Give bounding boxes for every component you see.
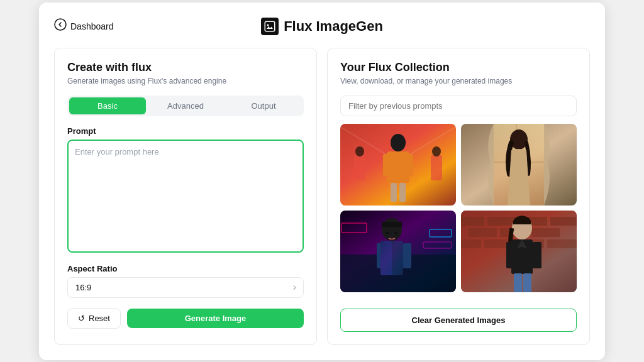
dashboard-label: Dashboard <box>70 21 114 31</box>
aspect-ratio-label: Aspect Ratio <box>67 264 304 273</box>
svg-point-7 <box>391 134 406 151</box>
svg-rect-39 <box>487 217 516 226</box>
list-item <box>340 124 456 206</box>
dashboard-link[interactable]: Dashboard <box>54 18 114 34</box>
svg-rect-2 <box>265 22 274 31</box>
aspect-ratio-wrapper: 16:9 1:1 4:3 9:16 <box>67 277 304 298</box>
main-content: Create with flux Generate images using F… <box>54 48 590 345</box>
svg-point-16 <box>432 146 441 156</box>
list-item <box>461 211 577 292</box>
svg-rect-54 <box>523 273 531 292</box>
svg-point-34 <box>386 232 389 234</box>
svg-point-0 <box>55 19 66 30</box>
generate-button[interactable]: Generate Image <box>127 309 304 328</box>
back-icon <box>54 18 67 34</box>
svg-rect-10 <box>406 154 413 176</box>
app-title: Flux ImageGen <box>261 18 383 35</box>
tab-basic[interactable]: Basic <box>69 97 146 114</box>
svg-rect-52 <box>533 242 541 268</box>
svg-rect-48 <box>547 239 577 248</box>
svg-rect-45 <box>461 239 481 248</box>
svg-rect-42 <box>469 228 497 237</box>
clear-button[interactable]: Clear Generated Images <box>340 309 577 332</box>
filter-input[interactable] <box>340 96 577 116</box>
svg-rect-13 <box>354 155 365 180</box>
action-buttons: ↺ Reset Generate Image <box>67 308 304 329</box>
svg-rect-53 <box>514 273 522 292</box>
svg-rect-11 <box>391 183 397 202</box>
svg-rect-44 <box>531 228 560 237</box>
app-title-text: Flux ImageGen <box>284 18 383 35</box>
svg-rect-33 <box>380 241 392 275</box>
svg-point-14 <box>355 146 364 156</box>
svg-point-3 <box>267 24 269 26</box>
reset-icon: ↺ <box>78 314 85 323</box>
app-icon <box>261 18 279 35</box>
tab-bar: Basic Advanced Output <box>67 96 304 116</box>
aspect-ratio-select[interactable]: 16:9 1:1 4:3 9:16 <box>67 277 304 298</box>
svg-rect-15 <box>431 155 442 180</box>
image-grid <box>340 124 577 292</box>
prompt-input[interactable] <box>67 140 304 253</box>
right-panel: Your Flux Collection View, download, or … <box>327 48 590 345</box>
svg-rect-12 <box>399 183 406 202</box>
reset-button[interactable]: ↺ Reset <box>67 308 121 329</box>
svg-rect-28 <box>382 222 402 227</box>
prompt-label: Prompt <box>67 126 304 136</box>
list-item <box>461 124 577 206</box>
image-grid-wrapper <box>340 124 577 301</box>
left-panel: Create with flux Generate images using F… <box>54 48 317 345</box>
list-item <box>340 211 456 292</box>
svg-rect-31 <box>403 243 411 268</box>
tab-advanced[interactable]: Advanced <box>147 97 224 114</box>
svg-rect-9 <box>383 154 391 176</box>
svg-point-35 <box>394 232 398 234</box>
right-panel-subtitle: View, download, or manage your generated… <box>340 77 577 85</box>
svg-point-27 <box>382 218 402 241</box>
svg-rect-41 <box>550 217 577 226</box>
aspect-ratio-section: Aspect Ratio 16:9 1:1 4:3 9:16 <box>67 264 304 298</box>
svg-rect-38 <box>461 217 484 226</box>
left-panel-title: Create with flux <box>67 61 304 74</box>
right-panel-title: Your Flux Collection <box>340 61 577 74</box>
header: Dashboard Flux ImageGen <box>54 18 590 35</box>
svg-rect-51 <box>506 242 515 268</box>
reset-label: Reset <box>89 314 110 323</box>
tab-output[interactable]: Output <box>225 97 302 114</box>
left-panel-subtitle: Generate images using Flux's advanced en… <box>67 77 304 85</box>
